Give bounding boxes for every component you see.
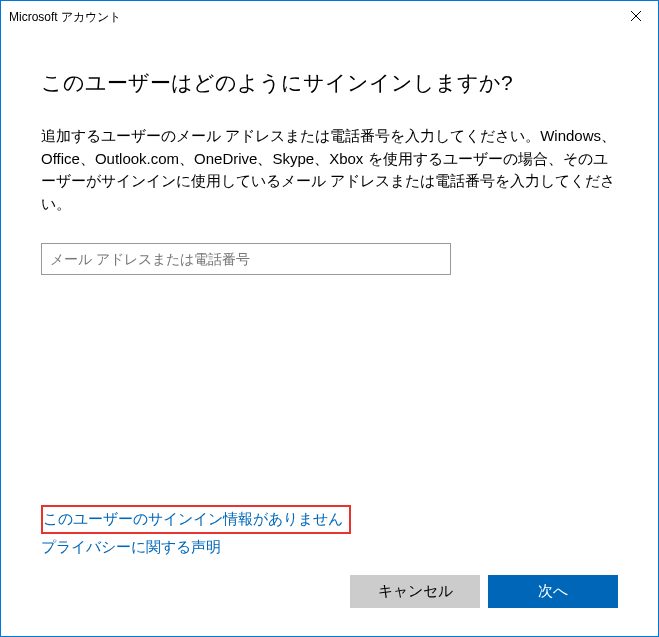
close-button[interactable] — [613, 1, 658, 31]
page-heading: このユーザーはどのようにサインインしますか? — [41, 69, 618, 97]
close-icon — [631, 11, 641, 21]
page-description: 追加するユーザーのメール アドレスまたは電話番号を入力してください。Window… — [41, 125, 618, 215]
email-phone-input[interactable] — [41, 243, 451, 275]
next-button[interactable]: 次へ — [488, 575, 618, 608]
titlebar: Microsoft アカウント — [1, 1, 658, 31]
spacer — [41, 275, 618, 505]
window-title: Microsoft アカウント — [9, 7, 121, 26]
links-section: このユーザーのサインイン情報がありません プライバシーに関する声明 — [41, 505, 618, 557]
dialog-window: Microsoft アカウント このユーザーはどのようにサインインしますか? 追… — [0, 0, 659, 637]
highlighted-link-box: このユーザーのサインイン情報がありません — [41, 505, 351, 534]
dialog-content: このユーザーはどのようにサインインしますか? 追加するユーザーのメール アドレス… — [1, 31, 658, 636]
privacy-link[interactable]: プライバシーに関する声明 — [41, 538, 221, 557]
button-row: キャンセル 次へ — [41, 575, 618, 616]
no-signin-info-link[interactable]: このユーザーのサインイン情報がありません — [43, 510, 343, 529]
cancel-button[interactable]: キャンセル — [350, 575, 480, 608]
